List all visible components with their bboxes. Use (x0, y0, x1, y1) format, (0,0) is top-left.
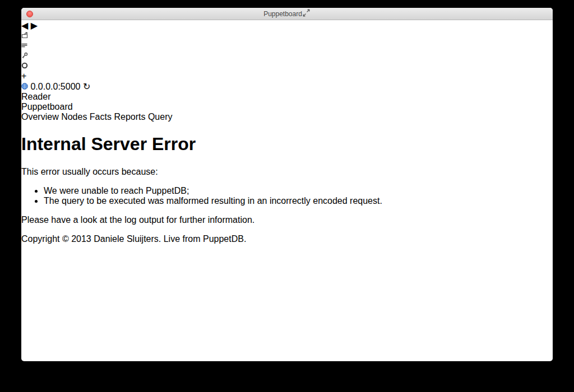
nav-item-facts[interactable]: Facts (90, 112, 112, 122)
minimize-button[interactable] (38, 11, 44, 17)
fullscreen-icon[interactable] (302, 9, 311, 19)
ring-extension-button[interactable] (21, 61, 553, 71)
error-reason-item: The query to be executed was malformed r… (44, 196, 553, 206)
error-intro-text: This error usually occurs because: (21, 167, 553, 177)
window-titlebar: Puppetboard (21, 8, 553, 20)
browser-window: Puppetboard ◀ ▶ (21, 8, 553, 361)
author-link[interactable]: Daniele Sluijters (94, 234, 159, 244)
globe-favicon (21, 82, 30, 91)
history-nav-group: ◀ ▶ (21, 20, 553, 31)
error-reason-list: We were unable to reach PuppetDB; The qu… (21, 186, 553, 206)
navbar: Puppetboard Overview Nodes Facts Reports… (21, 102, 553, 122)
reading-list-icon (21, 41, 27, 50)
address-bar[interactable]: 0.0.0.0:5000 ↻ (21, 81, 553, 92)
new-tab-button[interactable]: + (21, 71, 553, 81)
share-icon (21, 31, 28, 40)
close-button[interactable] (26, 11, 33, 17)
zoom-button[interactable] (49, 11, 55, 17)
traffic-lights (26, 8, 55, 20)
main-content: Internal Server Error This error usually… (21, 134, 553, 225)
copyright-suffix: . (159, 234, 161, 244)
web-page: Puppetboard Overview Nodes Facts Reports… (21, 102, 553, 244)
nav-items: Overview Nodes Facts Reports Query (21, 112, 553, 122)
error-outro-text: Please have a look at the log output for… (21, 215, 553, 225)
ring-icon (21, 61, 28, 71)
password-extension-button[interactable] (21, 51, 553, 61)
share-button[interactable] (21, 31, 553, 41)
page-footer: Copyright © 2013 Daniele Sluijters. Live… (21, 234, 553, 244)
back-button[interactable]: ◀ (21, 21, 28, 30)
puppetdb-status-text: Live from PuppetDB. (164, 234, 247, 244)
copyright-text: Copyright © 2013 Daniele Sluijters. (21, 234, 161, 244)
reading-list-button[interactable] (21, 41, 553, 51)
window-title: Puppetboard (263, 10, 302, 18)
nav-item-query[interactable]: Query (148, 112, 173, 122)
copyright-prefix: Copyright © 2013 (21, 234, 94, 244)
reader-button[interactable]: Reader (21, 92, 553, 102)
plus-icon: + (21, 71, 26, 81)
nav-item-overview[interactable]: Overview (21, 112, 59, 122)
error-reason-item: We were unable to reach PuppetDB; (44, 186, 553, 196)
refresh-icon[interactable]: ↻ (83, 82, 90, 91)
key-icon (21, 51, 28, 60)
url-text: 0.0.0.0:5000 (30, 82, 80, 91)
nav-item-reports[interactable]: Reports (114, 112, 145, 122)
nav-item-nodes[interactable]: Nodes (61, 112, 87, 122)
navbar-brand[interactable]: Puppetboard (21, 102, 73, 111)
page-title: Internal Server Error (21, 134, 553, 155)
forward-button[interactable]: ▶ (31, 21, 38, 30)
browser-toolbar: ◀ ▶ (21, 20, 553, 102)
